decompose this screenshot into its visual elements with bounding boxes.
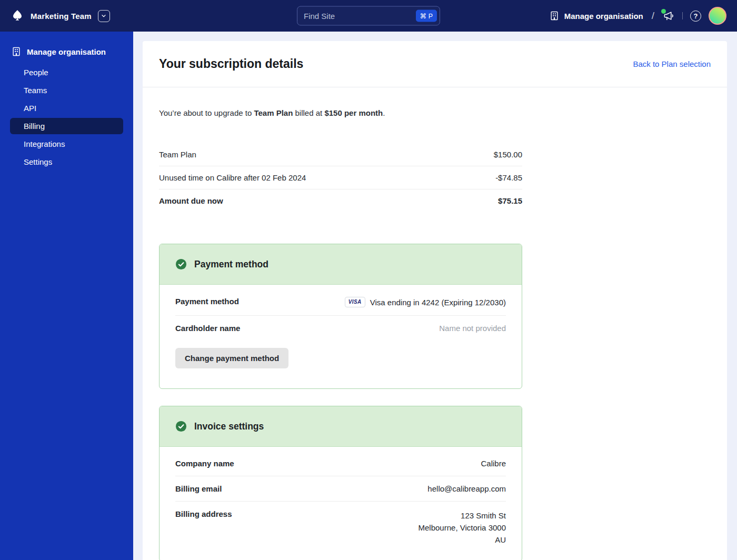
visa-card-icon: VISA (345, 297, 365, 307)
sidebar-item-teams[interactable]: Teams (10, 82, 123, 98)
sidebar-header-label: Manage organisation (27, 47, 106, 56)
search-input[interactable] (304, 12, 416, 21)
upgrade-note: You’re about to upgrade to Team Plan bil… (159, 108, 522, 117)
company-name-value: Calibre (481, 459, 506, 468)
main-content: Your subscription details Back to Plan s… (133, 32, 737, 560)
table-row: Team Plan $150.00 (159, 143, 522, 166)
manage-organisation-label: Manage organisation (564, 12, 643, 21)
payment-method-card: Payment method Payment method VISA Visa … (159, 244, 522, 389)
card-details: Visa ending in 4242 (Expiring 12/2030) (370, 298, 506, 307)
announcements-button[interactable] (663, 10, 675, 22)
payment-method-card-header: Payment method (160, 244, 522, 285)
billing-email-value: hello@calibreapp.com (427, 484, 506, 493)
sidebar-item-billing[interactable]: Billing (10, 118, 123, 134)
building-icon (549, 11, 560, 21)
billing-address-value: 123 Smith St Melbourne, Victoria 3000 AU (419, 509, 506, 546)
help-button[interactable]: ? (690, 11, 701, 22)
invoice-settings-card: Invoice settings Company name Calibre Bi… (159, 406, 522, 560)
row-label: Payment method (175, 297, 239, 306)
summary-label: Team Plan (159, 150, 196, 159)
team-switcher-chevron-down-icon[interactable] (98, 10, 110, 22)
address-line: AU (419, 534, 506, 546)
summary-label: Unused time on Calibre after 02 Feb 2024 (159, 173, 306, 182)
table-row-amount-due: Amount due now $75.15 (159, 189, 522, 212)
billing-email-row: Billing email hello@calibreapp.com (175, 476, 506, 502)
cardholder-name-row: Cardholder name Name not provided (175, 316, 506, 341)
table-row: Unused time on Calibre after 02 Feb 2024… (159, 166, 522, 189)
help-question-icon: ? (694, 12, 698, 20)
back-to-plan-selection-link[interactable]: Back to Plan selection (633, 59, 711, 68)
billing-address-row: Billing address 123 Smith St Melbourne, … (175, 502, 506, 554)
summary-value: -$74.85 (495, 173, 522, 182)
sidebar-nav: People Teams API Billing Integrations Se… (0, 64, 133, 170)
cardholder-name-value: Name not provided (439, 324, 506, 333)
payment-method-card-title: Payment method (194, 259, 268, 270)
sidebar-item-settings[interactable]: Settings (10, 154, 123, 170)
sidebar-manage-organisation-header: Manage organisation (0, 42, 133, 62)
company-name-row: Company name Calibre (175, 451, 506, 476)
subscription-panel: Your subscription details Back to Plan s… (143, 41, 727, 560)
address-line: Melbourne, Victoria 3000 (419, 522, 506, 534)
check-circle-icon (175, 421, 187, 432)
change-payment-method-button[interactable]: Change payment method (175, 348, 288, 368)
user-avatar[interactable] (709, 7, 726, 25)
manage-organisation-link[interactable]: Manage organisation (549, 11, 643, 21)
upgrade-note-suffix: . (383, 108, 385, 117)
row-label: Billing address (175, 509, 232, 518)
summary-value: $150.00 (494, 150, 522, 159)
address-line: 123 Smith St (419, 509, 506, 522)
sidebar-item-api[interactable]: API (10, 100, 123, 116)
icon-divider (682, 12, 683, 19)
sidebar: Manage organisation People Teams API Bil… (0, 32, 133, 560)
panel-header: Your subscription details Back to Plan s… (143, 41, 727, 87)
invoice-settings-card-title: Invoice settings (194, 421, 264, 432)
summary-label: Amount due now (159, 196, 223, 205)
building-icon (11, 46, 22, 57)
row-label: Billing email (175, 484, 222, 493)
upgrade-note-price: $150 per month (324, 108, 383, 117)
team-name: Marketing Team (31, 12, 92, 21)
sidebar-item-integrations[interactable]: Integrations (10, 136, 123, 152)
row-label: Cardholder name (175, 324, 240, 333)
page-title: Your subscription details (159, 57, 303, 71)
site-search[interactable]: ⌘ P (297, 6, 440, 26)
slash-divider: / (652, 10, 654, 22)
calibre-logo-spade-icon (11, 9, 24, 23)
upgrade-note-plan: Team Plan (254, 108, 293, 117)
keyboard-shortcut-badge: ⌘ P (416, 10, 437, 22)
invoice-settings-card-header: Invoice settings (160, 406, 522, 447)
payment-method-row: Payment method VISA Visa ending in 4242 … (175, 289, 506, 316)
upgrade-note-prefix: You’re about to upgrade to (159, 108, 254, 117)
sidebar-item-people[interactable]: People (10, 64, 123, 81)
check-circle-icon (175, 258, 187, 270)
notification-dot (661, 9, 666, 14)
upgrade-note-middle: billed at (293, 108, 324, 117)
row-label: Company name (175, 459, 234, 468)
summary-value: $75.15 (498, 196, 522, 205)
topbar: Marketing Team ⌘ P Manage organisation / (0, 0, 737, 32)
charge-summary-table: Team Plan $150.00 Unused time on Calibre… (159, 143, 522, 212)
